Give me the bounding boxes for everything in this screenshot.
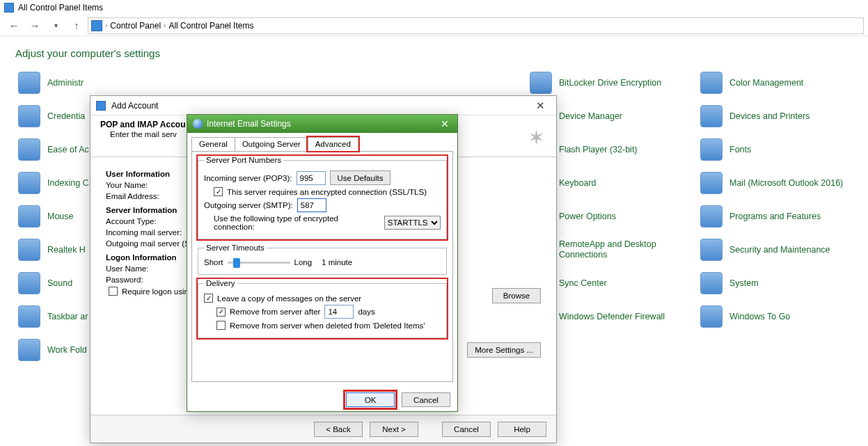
forward-button[interactable]: → <box>25 17 45 35</box>
internet-email-settings-dialog: Internet Email Settings ✕ General Outgoi… <box>187 114 458 412</box>
mail-icon <box>96 101 106 111</box>
close-icon[interactable]: ✕ <box>530 99 551 112</box>
item-label: Windows To Go <box>729 312 790 322</box>
item-label: Indexing C <box>47 178 89 189</box>
item-icon <box>700 172 723 194</box>
remove-after-checkbox[interactable]: ✓ <box>216 308 226 317</box>
more-settings-button[interactable]: More Settings ... <box>467 342 541 358</box>
back-button[interactable]: < Back <box>314 422 363 437</box>
item-icon <box>18 172 40 194</box>
leave-copy-label: Leave a copy of messages on the server <box>217 294 361 303</box>
control-panel-item[interactable]: Administr <box>14 66 184 99</box>
label-outgoing-smtp: Outgoing server (SMTP): <box>204 201 293 209</box>
item-icon <box>18 138 40 161</box>
item-label: Devices and Printers <box>729 111 810 122</box>
item-icon <box>700 105 723 127</box>
days-label: days <box>358 308 374 316</box>
item-label: Work Fold <box>47 345 87 356</box>
control-panel-icon <box>4 3 14 13</box>
group-server-port-numbers: Server Port Numbers Incoming server (POP… <box>198 156 447 239</box>
control-panel-item[interactable]: Programs and Features <box>696 200 867 233</box>
remove-deleted-checkbox[interactable] <box>216 321 226 330</box>
item-label: Taskbar ar <box>47 312 88 322</box>
group-legend: Delivery <box>204 279 237 287</box>
item-label: Windows Defender Firewall <box>559 312 665 322</box>
label-long: Long <box>294 258 313 266</box>
ssl-label: This server requires an encrypted connec… <box>227 188 427 196</box>
remove-deleted-label: Remove from server when deleted from 'De… <box>230 321 425 330</box>
breadcrumb[interactable]: › Control Panel › All Control Panel Item… <box>88 17 864 34</box>
cancel-button[interactable]: Cancel <box>442 422 491 437</box>
item-label: Flash Player (32-bit) <box>559 145 638 155</box>
tab-general[interactable]: General <box>191 137 235 151</box>
item-icon <box>18 239 40 261</box>
control-panel-item[interactable]: Fonts <box>696 133 867 166</box>
cancel-button[interactable]: Cancel <box>402 392 450 407</box>
label-incoming-pop3: Incoming server (POP3): <box>204 174 292 182</box>
item-icon <box>700 239 723 261</box>
timeout-slider[interactable] <box>228 262 290 264</box>
chevron-icon: › <box>105 22 107 29</box>
control-panel-item[interactable]: BitLocker Drive Encryption <box>526 66 696 99</box>
group-legend: Server Timeouts <box>204 244 267 252</box>
item-icon <box>18 305 40 328</box>
item-label: Realtek H <box>47 245 86 255</box>
item-label: Mail (Microsoft Outlook 2016) <box>729 178 843 189</box>
item-label: Mouse <box>47 212 74 222</box>
item-icon <box>700 72 723 94</box>
item-icon <box>18 105 40 127</box>
outgoing-port-input[interactable] <box>297 198 326 212</box>
ok-button[interactable]: OK <box>346 392 395 407</box>
item-label: Fonts <box>729 145 751 155</box>
control-panel-item[interactable]: Devices and Printers <box>696 99 867 133</box>
tab-advanced[interactable]: Advanced <box>308 137 358 151</box>
dialog-title: Add Account <box>111 101 158 111</box>
item-label: Keyboard <box>559 178 597 189</box>
control-panel-item[interactable]: Windows To Go <box>696 300 867 333</box>
location-icon <box>91 20 102 31</box>
dialog-titlebar: Internet Email Settings ✕ <box>187 115 457 133</box>
item-icon <box>18 205 40 228</box>
remove-days-input[interactable] <box>324 305 354 319</box>
item-label: Programs and Features <box>729 212 821 222</box>
group-delivery: Delivery ✓ Leave a copy of messages on t… <box>198 279 447 338</box>
use-defaults-button[interactable]: Use Defaults <box>330 170 391 185</box>
item-label: RemoteApp and Desktop Connections <box>559 239 684 260</box>
item-icon <box>700 272 723 294</box>
group-server-timeouts: Server Timeouts Short Long 1 minute <box>198 244 447 275</box>
recent-dropdown[interactable]: ▾ <box>46 17 65 35</box>
item-icon <box>18 339 40 361</box>
window-titlebar: All Control Panel Items <box>0 0 868 15</box>
item-label: Device Manager <box>559 111 622 122</box>
next-button[interactable]: Next > <box>370 422 418 437</box>
browse-button[interactable]: Browse <box>492 288 541 303</box>
breadcrumb-item[interactable]: Control Panel <box>110 21 161 31</box>
breadcrumb-item[interactable]: All Control Panel Items <box>168 21 253 31</box>
close-icon[interactable]: ✕ <box>438 118 452 129</box>
dialog-titlebar: Add Account ✕ <box>90 96 556 116</box>
item-label: Ease of Ac <box>47 145 89 155</box>
group-legend: Server Port Numbers <box>204 156 283 164</box>
item-label: Color Management <box>729 78 803 88</box>
control-panel-item[interactable]: System <box>696 266 867 300</box>
tab-outgoing[interactable]: Outgoing Server <box>235 137 308 151</box>
control-panel-item[interactable]: Mail (Microsoft Outlook 2016) <box>696 166 867 200</box>
help-button[interactable]: Help <box>498 422 546 437</box>
encryption-select[interactable]: STARTTLS <box>384 216 441 230</box>
chevron-icon: › <box>164 22 166 29</box>
navbar: ← → ▾ ↑ › Control Panel › All Control Pa… <box>0 15 868 36</box>
page-heading: Adjust your computer's settings <box>0 36 868 66</box>
control-panel-item[interactable]: Color Management <box>696 66 867 99</box>
wizard-subheading: Enter the mail serv <box>100 130 177 138</box>
leave-copy-checkbox[interactable]: ✓ <box>204 294 213 303</box>
item-label: System <box>729 278 759 289</box>
incoming-port-input[interactable] <box>297 171 326 185</box>
dialog-title: Internet Email Settings <box>207 119 291 129</box>
up-button[interactable]: ↑ <box>67 17 86 35</box>
wizard-heading: POP and IMAP Accou <box>100 120 185 129</box>
back-button[interactable]: ← <box>4 17 24 35</box>
ssl-checkbox[interactable]: ✓ <box>214 187 223 196</box>
control-panel-item[interactable]: Security and Maintenance <box>696 233 867 266</box>
item-label: Security and Maintenance <box>729 245 830 255</box>
globe-icon <box>193 119 203 129</box>
